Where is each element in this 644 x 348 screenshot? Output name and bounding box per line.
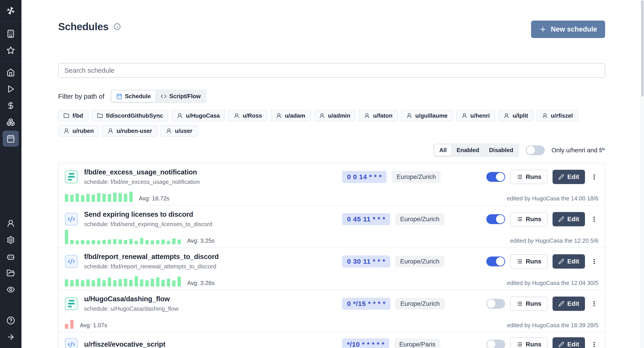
duration-bar <box>108 194 111 202</box>
path-chip[interactable]: u/adam <box>270 110 310 122</box>
edit-button[interactable]: Edit <box>552 170 585 184</box>
schedule-title[interactable]: u/rfiszel/evocative_script <box>84 340 166 348</box>
edit-button[interactable]: Edit <box>552 337 585 348</box>
runs-button[interactable]: Runs <box>510 254 548 268</box>
only-mine-toggle[interactable] <box>526 145 545 155</box>
avg-duration: Avg: 1.07s <box>80 322 107 329</box>
duration-bar <box>65 194 68 202</box>
edit-button[interactable]: Edit <box>552 254 585 268</box>
enable-toggle[interactable] <box>486 172 505 182</box>
duration-bar <box>81 195 84 202</box>
cron-badge: 0 30 11 * * * <box>342 256 390 268</box>
new-schedule-button[interactable]: New schedule <box>531 20 605 38</box>
path-chip[interactable]: u/ruben-user <box>102 125 158 137</box>
filter-disabled-button[interactable]: Disabled <box>484 144 518 156</box>
sidebar-item-variables[interactable] <box>3 98 19 114</box>
sidebar-item-help[interactable] <box>3 312 19 328</box>
sidebar-item-folders[interactable] <box>3 265 19 281</box>
page-scrollbar[interactable] <box>640 0 644 348</box>
user-icon <box>6 219 15 228</box>
sidebar-item-schedules[interactable] <box>3 130 19 147</box>
sidebar-item-home[interactable] <box>3 64 19 80</box>
script-type-icon <box>65 338 78 348</box>
schedule-title[interactable]: f/bd/report_renewal_attempts_to_discord <box>84 253 219 261</box>
enable-toggle[interactable] <box>486 340 505 348</box>
duration-bar <box>70 320 74 329</box>
path-chip[interactable]: u/ruben <box>58 125 99 137</box>
more-menu-button[interactable] <box>590 258 598 265</box>
runs-button[interactable]: Runs <box>510 212 548 226</box>
path-chip[interactable]: u/faton <box>359 110 398 122</box>
path-chip[interactable]: u/rfiszel <box>537 110 578 122</box>
toggle-knob <box>487 340 496 348</box>
page-title: Schedules <box>58 20 109 33</box>
windmill-logo[interactable] <box>0 0 22 22</box>
sidebar-collapse-button[interactable] <box>3 329 19 345</box>
schedule-path: schedule: f/bd/send_expiring_licenses_to… <box>84 221 212 228</box>
duration-bar <box>162 280 165 286</box>
cron-badge: */10 * * * * * <box>342 338 389 348</box>
folder-open-icon <box>6 269 15 277</box>
schedules-list: f/bd/ee_excess_usage_notification schedu… <box>58 163 605 348</box>
cron-badge: 0 45 11 * * * <box>342 213 390 225</box>
path-chip[interactable]: u/HugoCasa <box>172 110 225 122</box>
schedule-title[interactable]: f/bd/ee_excess_usage_notification <box>84 168 200 176</box>
runs-histogram[interactable] <box>65 188 132 202</box>
flow-type-icon <box>65 297 78 310</box>
edit-button[interactable]: Edit <box>552 212 585 226</box>
user-icon <box>166 128 172 134</box>
sidebar-item-workspace[interactable] <box>3 26 19 42</box>
runs-button[interactable]: Runs <box>510 296 548 311</box>
runs-button[interactable]: Runs <box>510 170 548 184</box>
sidebar-item-ai[interactable] <box>3 248 19 264</box>
path-chip[interactable]: u/user <box>160 125 198 137</box>
edited-by: edited by HugoCasa the 12:20 5/6 <box>510 237 598 244</box>
runs-histogram[interactable] <box>65 272 181 286</box>
duration-bar <box>156 277 160 286</box>
scrollbar-thumb[interactable] <box>641 0 644 96</box>
duration-bar <box>167 279 170 286</box>
path-filter-script-flow-tab[interactable]: Script/Flow <box>156 90 206 102</box>
runs-button[interactable]: Runs <box>510 337 548 348</box>
schedule-title[interactable]: u/HugoCasa/dashing_flow <box>84 295 178 303</box>
code-icon <box>160 93 166 99</box>
more-menu-button[interactable] <box>590 341 598 348</box>
path-chip[interactable]: f/bd <box>58 110 88 122</box>
runs-histogram[interactable] <box>65 230 181 244</box>
search-input[interactable] <box>58 63 605 78</box>
edit-button[interactable]: Edit <box>552 296 585 311</box>
path-chip[interactable]: u/guillaume <box>401 110 453 122</box>
path-chip[interactable]: f/discordGithubSync <box>92 110 168 122</box>
more-menu-button[interactable] <box>590 174 598 180</box>
pencil-icon <box>558 258 564 264</box>
filter-all-button[interactable]: All <box>434 144 452 156</box>
more-menu-button[interactable] <box>590 300 598 307</box>
duration-bar <box>86 194 90 202</box>
schedule-row: u/rfiszel/evocative_script */10 * * * * … <box>58 332 605 348</box>
path-chip[interactable]: u/henri <box>456 110 495 122</box>
sidebar-item-audit[interactable] <box>3 282 19 298</box>
path-chip[interactable]: u/lplit <box>498 110 533 122</box>
path-chip[interactable]: u/Ross <box>228 110 268 122</box>
path-chip[interactable]: u/admin <box>314 110 356 122</box>
sidebar-item-favorites[interactable] <box>3 42 19 58</box>
sidebar-item-runs[interactable] <box>3 81 19 97</box>
kebab-icon <box>591 258 598 265</box>
enable-toggle[interactable] <box>486 256 505 266</box>
info-icon[interactable] <box>114 23 121 30</box>
more-menu-button[interactable] <box>590 216 598 222</box>
runs-histogram[interactable] <box>65 314 74 329</box>
schedule-title[interactable]: Send expiring licenses to discord <box>84 210 212 218</box>
folder-icon <box>64 113 69 118</box>
duration-bar <box>70 280 74 286</box>
enable-toggle[interactable] <box>486 214 505 224</box>
duration-bar <box>140 279 143 286</box>
sidebar-item-resources[interactable] <box>3 114 19 130</box>
filter-enabled-button[interactable]: Enabled <box>452 144 484 156</box>
enable-toggle[interactable] <box>486 299 505 309</box>
sidebar-item-settings[interactable] <box>3 232 19 248</box>
schedule-row: f/bd/report_renewal_attempts_to_discord … <box>58 248 605 290</box>
path-filter-schedule-tab[interactable]: Schedule <box>111 90 156 102</box>
duration-bar <box>86 240 90 244</box>
sidebar-item-account[interactable] <box>3 216 19 232</box>
